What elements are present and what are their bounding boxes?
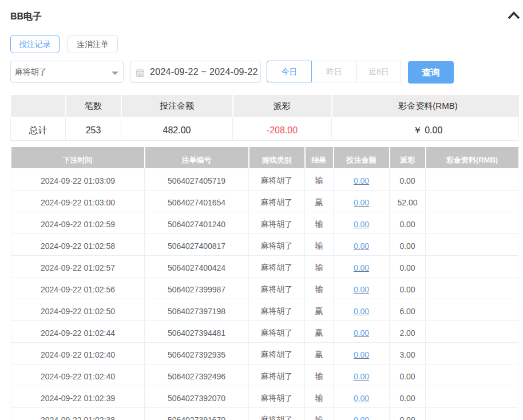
bet-records-panel: BB电子 投注记录 连消注单 麻将胡了 2024-09-22 ~ 2024-0 — [0, 0, 523, 420]
cell-bet-time: 2024-09-22 01:02:40 — [11, 342, 145, 364]
cell-bet-amount: 0.00 — [334, 407, 390, 420]
cell-bet-time: 2024-09-22 01:02:38 — [11, 407, 145, 420]
cell-payout: 6.00 — [390, 299, 426, 320]
bet-amount-link[interactable]: 0.00 — [354, 328, 369, 338]
cell-game-type: 麻将胡了 — [249, 168, 305, 190]
cell-game-type: 麻将胡了 — [249, 320, 305, 342]
cell-bet-time: 2024-09-22 01:02:44 — [11, 320, 145, 342]
table-row: 2024-09-22 01:02:40 5064027392935 麻将胡了 赢… — [11, 342, 518, 364]
cell-bonus — [426, 364, 518, 386]
cell-payout: 0.00 — [390, 212, 426, 233]
cell-result: 输 — [305, 364, 334, 386]
cell-order-number: 5064027400424 — [145, 255, 249, 277]
search-button[interactable]: 查询 — [408, 61, 454, 84]
cell-payout: 0.00 — [390, 255, 426, 277]
bet-amount-link[interactable]: 0.00 — [354, 394, 369, 403]
cell-payout: 52.00 — [390, 190, 426, 212]
summary-total-label: 总计 — [11, 117, 66, 140]
cell-bet-time: 2024-09-22 01:02:59 — [11, 212, 145, 233]
cell-result: 输 — [305, 277, 334, 299]
summary-total-count: 253 — [66, 117, 121, 140]
col-header-result: 结果 — [305, 147, 334, 168]
cell-order-number: 5064027401240 — [145, 212, 249, 233]
col-header-order: 注单编号 — [145, 147, 249, 168]
cell-bet-amount: 0.00 — [334, 386, 390, 407]
cell-bet-amount: 0.00 — [334, 320, 390, 342]
bet-amount-link[interactable]: 0.00 — [354, 285, 369, 294]
table-row: 2024-09-22 01:02:38 5064027391670 麻将胡了 输… — [11, 407, 518, 420]
cell-payout: 0.00 — [390, 364, 426, 386]
summary-header-bonus: 彩金资料(RMB) — [332, 95, 519, 117]
col-header-bonus: 彩金资料(RMB) — [426, 147, 518, 168]
cell-order-number: 5064027394481 — [145, 320, 249, 342]
game-select[interactable]: 麻将胡了 — [10, 61, 124, 83]
cell-bonus — [426, 407, 518, 420]
cell-bonus — [426, 320, 518, 342]
bet-amount-link[interactable]: 0.00 — [354, 241, 369, 251]
cell-game-type: 麻将胡了 — [249, 364, 305, 386]
summary-header-row: 笔数 投注金额 派彩 彩金资料(RMB) — [11, 95, 519, 117]
cell-order-number: 5064027392070 — [145, 386, 249, 407]
cell-bet-time: 2024-09-22 01:02:50 — [11, 299, 145, 320]
cell-order-number: 5064027400817 — [145, 233, 249, 255]
bet-amount-link[interactable]: 0.00 — [354, 198, 369, 207]
cell-bet-time: 2024-09-22 01:02:39 — [11, 386, 145, 407]
bet-amount-link[interactable]: 0.00 — [354, 176, 369, 185]
cell-bonus — [426, 233, 518, 255]
cell-bet-amount: 0.00 — [334, 364, 390, 386]
cell-result: 输 — [305, 386, 334, 407]
summary-total-payout: -208.00 — [233, 117, 332, 140]
cell-order-number: 5064027405719 — [145, 168, 249, 190]
summary-header-empty — [11, 95, 66, 117]
cell-bet-time: 2024-09-22 01:03:00 — [11, 190, 145, 212]
cell-bet-amount: 0.00 — [334, 233, 390, 255]
cell-order-number: 5064027391670 — [145, 407, 249, 420]
summary-header-bet: 投注金额 — [121, 95, 233, 117]
cell-bet-time: 2024-09-22 01:03:09 — [11, 168, 145, 190]
table-row: 2024-09-22 01:02:44 5064027394481 麻将胡了 赢… — [11, 320, 518, 342]
cell-game-type: 麻将胡了 — [249, 190, 305, 212]
cell-result: 赢 — [305, 299, 334, 320]
cell-result: 输 — [305, 212, 334, 233]
cell-result: 输 — [305, 255, 334, 277]
cell-bonus — [426, 299, 518, 320]
cell-order-number: 5064027397198 — [145, 299, 249, 320]
collapse-panel-button[interactable] — [507, 10, 521, 22]
cell-bet-amount: 0.00 — [334, 255, 390, 277]
cell-bet-time: 2024-09-22 01:02:40 — [11, 364, 145, 386]
cell-payout: 0.00 — [390, 168, 426, 190]
bet-amount-link[interactable]: 0.00 — [354, 415, 369, 420]
cell-game-type: 麻将胡了 — [249, 233, 305, 255]
cell-payout: 0.00 — [390, 407, 426, 420]
table-row: 2024-09-22 01:02:50 5064027397198 麻将胡了 赢… — [11, 299, 518, 320]
cell-bonus — [426, 190, 518, 212]
cell-order-number: 5064027392935 — [145, 342, 249, 364]
bet-amount-link[interactable]: 0.00 — [354, 263, 369, 272]
table-row: 2024-09-22 01:02:59 5064027401240 麻将胡了 输… — [11, 212, 518, 233]
page-title: BB电子 — [10, 11, 42, 23]
cell-payout: 3.00 — [390, 342, 426, 364]
cell-result: 输 — [305, 233, 334, 255]
chevron-up-icon — [507, 10, 521, 22]
summary-total-bet: 482.00 — [121, 117, 233, 140]
bet-amount-link[interactable]: 0.00 — [354, 372, 369, 381]
cell-bonus — [426, 342, 518, 364]
tab-bet-records[interactable]: 投注记录 — [10, 35, 60, 53]
cell-payout: 0.00 — [390, 277, 426, 299]
bet-amount-link[interactable]: 0.00 — [354, 220, 369, 229]
tab-cancelled-orders[interactable]: 连消注单 — [68, 35, 118, 53]
today-button[interactable]: 今日 — [267, 61, 312, 82]
summary-total-bonus: ￥ 0.00 — [332, 117, 519, 140]
date-range-input[interactable]: 2024-09-22 ~ 2024-09-22 — [130, 61, 261, 83]
cell-game-type: 麻将胡了 — [249, 407, 305, 420]
cell-order-number: 5064027399987 — [145, 277, 249, 299]
yesterday-button[interactable]: 昨日 — [312, 61, 357, 82]
col-header-bet: 投注金额 — [334, 147, 390, 168]
last-8-days-button[interactable]: 近8日 — [357, 61, 401, 82]
cell-order-number: 5064027392496 — [145, 364, 249, 386]
cell-bonus — [426, 386, 518, 407]
bet-amount-link[interactable]: 0.00 — [354, 307, 369, 316]
bet-amount-link[interactable]: 0.00 — [354, 350, 369, 359]
cell-result: 输 — [305, 407, 334, 420]
table-row: 2024-09-22 01:02:40 5064027392496 麻将胡了 输… — [11, 364, 518, 386]
